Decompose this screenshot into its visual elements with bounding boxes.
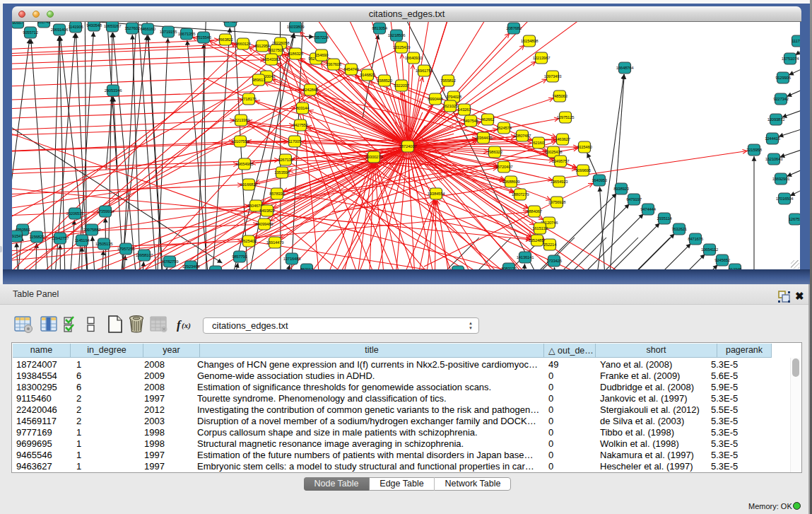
svg-text:9474444: 9474444: [640, 207, 657, 211]
svg-text:19384554: 19384554: [428, 192, 446, 196]
svg-text:1141906: 1141906: [68, 25, 83, 29]
svg-text:10973493: 10973493: [544, 74, 563, 78]
svg-text:16648764: 16648764: [616, 66, 635, 70]
svg-text:8242848: 8242848: [302, 88, 319, 92]
svg-text:462662: 462662: [481, 117, 495, 122]
svg-text:9427552: 9427552: [293, 123, 309, 127]
svg-text:8471676: 8471676: [688, 237, 704, 241]
svg-text:16671355: 16671355: [178, 32, 196, 36]
svg-text:7663822: 7663822: [218, 37, 234, 42]
svg-text:8990448: 8990448: [428, 97, 444, 101]
svg-text:8938923: 8938923: [613, 187, 630, 191]
svg-text:19756928: 19756928: [548, 200, 567, 204]
svg-text:16154808: 16154808: [521, 39, 539, 43]
svg-text:19166827: 19166827: [240, 182, 259, 187]
svg-text:20364436: 20364436: [475, 136, 493, 140]
svg-text:161742: 161742: [37, 22, 51, 24]
svg-text:16914479: 16914479: [266, 240, 285, 245]
svg-text:912345: 912345: [729, 267, 742, 269]
svg-text:154690: 154690: [315, 53, 329, 57]
svg-text:54099489: 54099489: [256, 222, 274, 226]
svg-text:9794028: 9794028: [446, 95, 462, 99]
svg-text:10025438: 10025438: [545, 150, 563, 154]
svg-text:62160: 62160: [533, 141, 544, 145]
svg-text:2718176: 2718176: [241, 97, 257, 101]
svg-text:19654985: 19654985: [236, 162, 254, 166]
svg-text:9099695: 9099695: [575, 168, 592, 173]
svg-text:10107553: 10107553: [232, 139, 250, 144]
svg-text:17957255: 17957255: [117, 247, 136, 251]
svg-text:3215958: 3215958: [746, 148, 763, 152]
svg-text:12923468: 12923468: [182, 264, 201, 269]
svg-text:16782759: 16782759: [161, 259, 180, 264]
svg-text:9327503: 9327503: [269, 48, 285, 52]
svg-text:15692901: 15692901: [772, 177, 791, 181]
svg-text:391547: 391547: [12, 234, 23, 238]
svg-text:7632621: 7632621: [671, 227, 688, 231]
svg-text:18807279: 18807279: [512, 192, 530, 197]
svg-text:10807487: 10807487: [514, 134, 532, 138]
svg-text:29053346: 29053346: [105, 88, 123, 93]
svg-text:13495757: 13495757: [552, 159, 570, 163]
svg-text:8186328: 8186328: [288, 52, 304, 56]
svg-text:1156829: 1156829: [29, 235, 45, 239]
svg-text:9857791: 9857791: [232, 255, 248, 259]
svg-text:1588520: 1588520: [377, 78, 393, 83]
svg-text:143261: 143261: [458, 107, 471, 112]
svg-text:13325419: 13325419: [393, 45, 411, 49]
svg-text:863112: 863112: [300, 267, 314, 269]
svg-text:1244415: 1244415: [765, 136, 781, 141]
svg-text:5493822: 5493822: [259, 209, 276, 213]
svg-text:14136141: 14136141: [517, 255, 535, 259]
svg-text:10719155: 10719155: [160, 30, 178, 34]
svg-text:1527602: 1527602: [124, 26, 141, 30]
svg-text:17359934: 17359934: [97, 209, 115, 214]
svg-text:8083133: 8083133: [501, 267, 517, 269]
svg-text:7986322: 7986322: [487, 150, 503, 154]
svg-text:111754: 111754: [792, 39, 800, 43]
svg-text:7357224: 7357224: [313, 35, 329, 40]
svg-text:2367608: 2367608: [326, 62, 342, 66]
svg-text:13716485: 13716485: [283, 257, 302, 261]
svg-text:7515546: 7515546: [196, 35, 212, 40]
svg-text:7625402: 7625402: [241, 239, 257, 243]
svg-text:803144: 803144: [296, 106, 310, 110]
svg-text:16210643: 16210643: [765, 157, 784, 161]
svg-text:3267130: 3267130: [278, 158, 294, 162]
svg-text:30975887: 30975887: [83, 228, 102, 232]
svg-text:2087682: 2087682: [506, 26, 522, 30]
svg-text:12505135: 12505135: [95, 242, 114, 246]
svg-text:10688609: 10688609: [502, 180, 521, 184]
svg-text:6479197: 6479197: [626, 197, 642, 201]
svg-text:9245652: 9245652: [714, 258, 731, 262]
svg-text:90557: 90557: [12, 22, 23, 25]
svg-text:16033809: 16033809: [287, 25, 305, 29]
svg-text:8454749: 8454749: [343, 67, 360, 71]
svg-text:2935114: 2935114: [657, 216, 672, 221]
svg-text:9884067: 9884067: [526, 209, 543, 214]
svg-text:1145194: 1145194: [74, 238, 90, 243]
svg-text:10958107: 10958107: [136, 253, 154, 257]
svg-text:9055712: 9055712: [23, 30, 39, 35]
svg-text:126753: 126753: [789, 217, 800, 221]
svg-text:19218506: 19218506: [388, 33, 406, 37]
svg-text:5322037: 5322037: [394, 83, 410, 88]
svg-text:17016504: 17016504: [776, 197, 794, 201]
svg-text:15720407: 15720407: [495, 165, 514, 169]
svg-text:6466160: 6466160: [140, 27, 156, 31]
svg-text:1615132: 1615132: [532, 226, 548, 230]
svg-text:8834628: 8834628: [223, 22, 239, 23]
svg-text:117005: 117005: [288, 139, 302, 144]
svg-text:1640953: 1640953: [592, 178, 608, 182]
svg-text:10654112: 10654112: [701, 247, 719, 252]
svg-text:19300273: 19300273: [365, 155, 384, 159]
svg-text:12213369: 12213369: [233, 118, 251, 122]
svg-text:12942757: 12942757: [52, 236, 70, 240]
svg-text:9146821: 9146821: [360, 73, 376, 77]
svg-text:1733426: 1733426: [546, 259, 563, 263]
svg-text:252214: 252214: [543, 243, 557, 247]
svg-text:989613: 989613: [252, 78, 266, 82]
svg-text:7485063: 7485063: [552, 94, 568, 98]
svg-text:6497546: 6497546: [463, 119, 479, 123]
svg-text:13654923: 13654923: [551, 180, 569, 184]
